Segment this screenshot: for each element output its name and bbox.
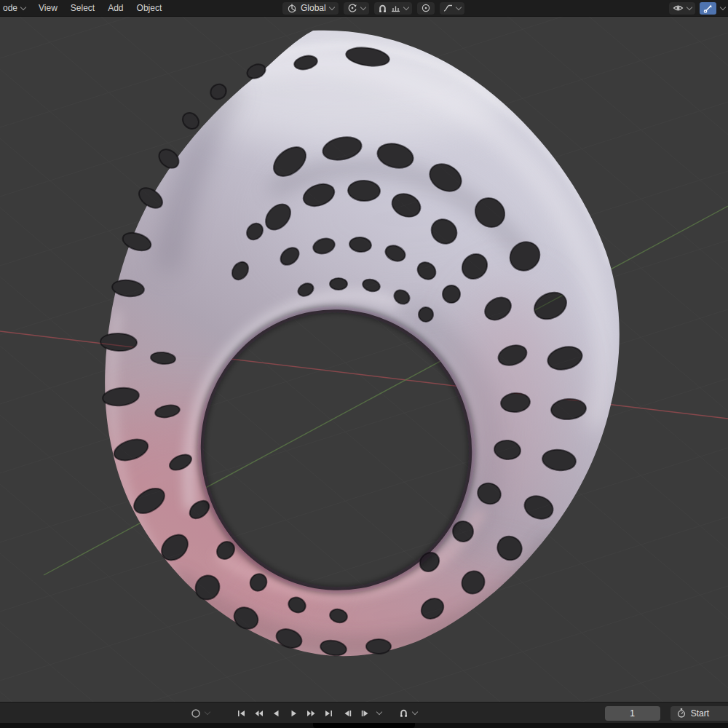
gizmo-arrow-icon [703,4,713,13]
snap-magnet-icon [378,4,387,13]
shading-chevron-icon[interactable] [720,4,726,9]
falloff-chevron-icon [455,4,461,9]
jump-to-start-button[interactable] [233,705,249,721]
stopwatch-icon [676,708,687,719]
play-icon [289,709,298,718]
next-keyframe-icon [306,709,316,718]
play-reverse-button[interactable] [268,705,284,721]
mode-menu[interactable]: ode [0,0,32,16]
pivot-chevron-icon [360,4,365,9]
visibility-dropdown[interactable] [669,2,695,15]
proportional-editing-toggle[interactable] [417,2,435,15]
menu-add[interactable]: Add [101,0,130,16]
ring-object[interactable] [0,0,728,728]
eye-visibility-icon [673,4,684,12]
snap-increment-icon [391,4,400,13]
playback-chevron-icon[interactable] [376,709,382,715]
next-keyframe-button[interactable] [303,705,319,721]
menu-object[interactable]: Object [130,0,169,16]
frame-start-field[interactable]: Start [670,706,728,721]
menu-add-label: Add [108,3,123,13]
menu-object-label: Object [137,3,162,13]
menu-select[interactable]: Select [64,0,101,16]
current-frame-field[interactable]: 1 [605,706,660,721]
menu-view-label: View [39,3,58,13]
snapping-controls[interactable] [374,2,412,15]
prev-frame-icon [343,709,352,718]
current-frame-value: 1 [630,708,635,719]
play-reverse-icon [272,709,281,718]
jump-to-end-icon [324,709,333,718]
proportional-editing-icon [421,3,431,13]
timeline-bar: 1 Start [0,702,728,724]
prev-frame-button[interactable] [339,705,355,721]
menu-select-label: Select [71,3,95,13]
menu-view[interactable]: View [32,0,64,16]
mode-chevron-icon [20,4,26,9]
viewport-3d[interactable] [0,0,728,728]
prev-keyframe-icon [254,709,264,718]
auto-keyframe-circle-icon [191,708,201,719]
next-frame-button[interactable] [357,705,373,721]
status-strip [0,723,728,728]
auto-keyframe-chevron-icon [205,709,210,715]
prev-keyframe-button[interactable] [250,705,266,721]
timeline-snap-toggle[interactable] [395,705,411,721]
gizmo-toggle-active[interactable] [700,2,716,15]
pivot-point-dropdown[interactable] [344,2,369,15]
falloff-dropdown[interactable] [440,2,464,15]
start-label: Start [691,708,709,719]
falloff-curve-icon [443,4,453,12]
resize-notch[interactable] [313,723,415,728]
auto-keyframe-toggle[interactable] [188,705,204,721]
visibility-chevron-icon [687,4,692,9]
transform-orientation-dropdown[interactable]: Global [282,2,339,15]
snap-chevron-icon [403,4,408,9]
viewport-header: ode View Select Add Object Global [0,0,728,17]
mode-menu-label: ode [3,3,17,13]
jump-to-end-button[interactable] [320,705,336,721]
pivot-point-icon [347,3,357,13]
orientation-axes-icon [287,3,297,13]
timeline-snap-chevron-icon[interactable] [412,709,418,715]
timeline-snap-magnet-icon [399,708,408,718]
orientation-chevron-icon [328,4,334,9]
jump-to-start-icon [237,709,246,718]
play-button[interactable] [285,705,301,721]
next-frame-icon [360,709,370,718]
orientation-label: Global [301,3,326,13]
